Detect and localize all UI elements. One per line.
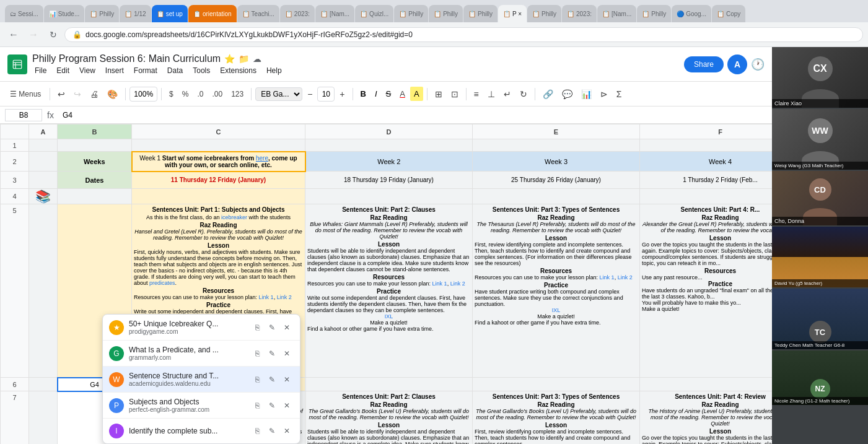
- toolbar-chart[interactable]: 📊: [577, 87, 595, 102]
- tab-orientation[interactable]: 📋orientation: [188, 5, 237, 22]
- cell-d3[interactable]: 18 Thursday 19 Friday (January): [305, 172, 473, 189]
- suggestion-item-2[interactable]: G What Is a Predicate, and ... grammarly…: [103, 341, 300, 367]
- tab-nam2[interactable]: 📋[Nam...: [597, 5, 636, 22]
- cell-reference[interactable]: [5, 109, 42, 121]
- toolbar-fontsize[interactable]: 10: [317, 87, 335, 102]
- toolbar-paintformat[interactable]: 🎨: [103, 87, 121, 102]
- suggestion-copy-btn-2[interactable]: ⎘: [250, 347, 264, 360]
- tab-google[interactable]: 🔵Goog...: [672, 5, 711, 22]
- menu-insert[interactable]: Insert: [103, 66, 126, 76]
- suggestion-edit-btn-2[interactable]: ✎: [265, 347, 279, 360]
- suggestion-remove-btn-1[interactable]: ✕: [280, 321, 294, 334]
- toolbar-decimal1[interactable]: .0: [193, 87, 207, 101]
- suggestion-copy-btn-4[interactable]: ⎘: [250, 399, 264, 412]
- cell-f7[interactable]: Sentences Unit: Part 4: Review Raz Readi…: [640, 391, 773, 445]
- toolbar-percent[interactable]: %: [178, 87, 193, 101]
- tab-teaching[interactable]: 📋Teachi...: [237, 5, 279, 22]
- row-header-5[interactable]: 5: [1, 204, 29, 378]
- toolbar-strikethrough[interactable]: S: [382, 87, 395, 101]
- toolbar-borders[interactable]: ⊞: [431, 87, 446, 102]
- suggestion-copy-btn-1[interactable]: ⎘: [250, 321, 264, 334]
- tab-philly4[interactable]: 📋Philly: [463, 5, 498, 22]
- toolbar-comment[interactable]: 💬: [558, 87, 576, 102]
- nav-forward[interactable]: →: [25, 26, 42, 43]
- video-tile-david[interactable]: David Yu (g5 teacher): [772, 227, 868, 289]
- toolbar-bold[interactable]: B: [357, 87, 370, 101]
- toolbar-font[interactable]: EB Ga...: [255, 87, 302, 101]
- cell-d5[interactable]: Sentences Unit: Part 2: Clauses Raz Read…: [305, 204, 473, 378]
- tab-copy[interactable]: 📋Copy: [712, 5, 745, 22]
- toolbar-link[interactable]: 🔗: [539, 87, 557, 102]
- suggestion-edit-btn-4[interactable]: ✎: [265, 399, 279, 412]
- row-header-7[interactable]: 7: [1, 391, 29, 445]
- video-tile-weiqi[interactable]: WW Weiqi Wang (G3 Math Teacher): [772, 109, 868, 171]
- history-btn[interactable]: 🕐: [751, 58, 765, 71]
- tab-philly6[interactable]: 📋Philly: [637, 5, 671, 22]
- menu-extensions[interactable]: Extensions: [217, 66, 259, 76]
- row-header-1[interactable]: 1: [1, 139, 29, 152]
- cell-f5[interactable]: Sentences Unit: Part 4: R... Raz Reading…: [640, 204, 773, 378]
- suggestion-item-5[interactable]: I Identify the complete sub... ⎘ ✎ ✕: [103, 419, 300, 443]
- cell-c3[interactable]: 11 Thursday 12 Friday (January): [132, 172, 305, 189]
- cell-e2[interactable]: Week 3: [473, 152, 640, 172]
- tab-philly3[interactable]: 📋Philly: [429, 5, 463, 22]
- video-tile-teddy[interactable]: TC Teddy Chen Math Teacher G6-8: [772, 289, 868, 350]
- toolbar-filter[interactable]: ⊳: [597, 87, 612, 102]
- nav-back[interactable]: ←: [5, 26, 22, 43]
- tab-setup[interactable]: 📋set up: [152, 5, 188, 22]
- menu-data[interactable]: Data: [165, 66, 185, 76]
- video-tile-claire[interactable]: CX Claire Xiao: [772, 47, 868, 109]
- menu-help[interactable]: Help: [264, 66, 284, 76]
- cell-e5[interactable]: Sentences Unit: Part 3: Types of Sentenc…: [473, 204, 640, 378]
- toolbar-undo[interactable]: ↩: [54, 87, 69, 102]
- menu-edit[interactable]: Edit: [54, 66, 72, 76]
- toolbar-print[interactable]: 🖨: [86, 87, 102, 102]
- tab-2023b[interactable]: 📋2023:: [562, 5, 597, 22]
- icebreaker-link[interactable]: here: [256, 155, 268, 162]
- toolbar-redo[interactable]: ↪: [70, 87, 85, 102]
- share-button[interactable]: Share: [684, 56, 724, 72]
- tab-philly2[interactable]: 📋Philly: [394, 5, 428, 22]
- suggestion-remove-btn-4[interactable]: ✕: [280, 399, 294, 412]
- row-header-2[interactable]: 2: [1, 152, 29, 172]
- suggestion-copy-btn-5[interactable]: ⎘: [250, 424, 264, 438]
- suggestion-edit-btn-5[interactable]: ✎: [265, 424, 279, 438]
- tab-session[interactable]: 🗂Sessi...: [5, 5, 43, 22]
- cell-c2[interactable]: Week 1 Start w/ some icebreakers from he…: [132, 152, 305, 172]
- tab-philly5[interactable]: 📋Philly: [527, 5, 561, 22]
- cell-e7[interactable]: Sentences Unit: Part 3: Types of Sentenc…: [473, 391, 640, 445]
- row-header-3[interactable]: 3: [1, 172, 29, 189]
- tab-date[interactable]: 📋1/12: [120, 5, 151, 22]
- menu-format[interactable]: Format: [131, 66, 160, 76]
- row-header-6[interactable]: 6: [1, 378, 29, 391]
- toolbar-align-left[interactable]: ≡: [470, 87, 483, 102]
- tab-philly1[interactable]: 📋Philly: [85, 5, 119, 22]
- toolbar-menu-btn[interactable]: ☰ Menus: [5, 87, 46, 101]
- menu-view[interactable]: View: [77, 66, 98, 76]
- suggestion-item-1[interactable]: ★ 50+ Unique Icebreaker Q... prodigygame…: [103, 315, 300, 341]
- nav-reload[interactable]: ↻: [45, 26, 62, 43]
- toolbar-align-vert[interactable]: ⊥: [484, 87, 499, 102]
- suggestion-edit-btn-1[interactable]: ✎: [265, 321, 279, 334]
- row-header-4[interactable]: 4: [1, 189, 29, 204]
- suggestion-remove-btn-3[interactable]: ✕: [280, 373, 294, 386]
- suggestion-remove-btn-5[interactable]: ✕: [280, 424, 294, 438]
- toolbar-minus[interactable]: −: [304, 87, 316, 102]
- video-tile-donna[interactable]: CD Cho, Donna: [772, 171, 868, 227]
- toolbar-merge[interactable]: ⊡: [447, 87, 462, 102]
- col-header-d[interactable]: D: [305, 124, 473, 139]
- toolbar-zoom[interactable]: 100%: [129, 87, 157, 102]
- cell-b2[interactable]: Weeks: [58, 152, 132, 172]
- col-header-f[interactable]: F: [640, 124, 773, 139]
- col-header-e[interactable]: E: [473, 124, 640, 139]
- cell-f3[interactable]: 1 Thursday 2 Friday (Feb...: [640, 172, 773, 189]
- icebreaker-link2[interactable]: icebreaker: [221, 214, 247, 220]
- cell-e3[interactable]: 25 Thursday 26 Friday (January): [473, 172, 640, 189]
- cell-d2[interactable]: Week 2: [305, 152, 473, 172]
- toolbar-format123[interactable]: 123: [227, 87, 247, 101]
- col-header-a[interactable]: A: [29, 124, 58, 139]
- toolbar-italic[interactable]: I: [371, 87, 381, 101]
- formula-input[interactable]: [59, 110, 767, 121]
- tab-students[interactable]: 📊Stude...: [44, 5, 84, 22]
- cell-d7[interactable]: Sentences Unit: Part 2: Clauses Raz Read…: [305, 391, 473, 445]
